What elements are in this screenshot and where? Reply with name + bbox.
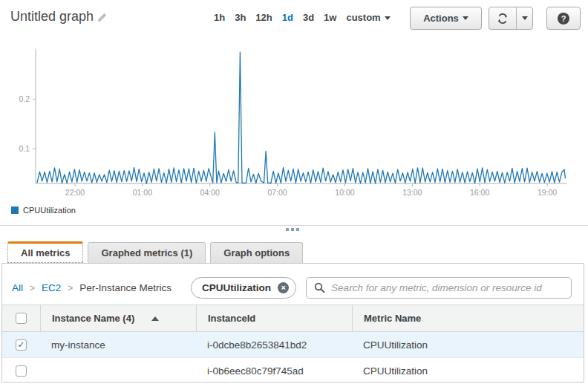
column-header-instance-name[interactable]: Instance Name (4) <box>40 305 196 331</box>
svg-text:0.1: 0.1 <box>19 144 30 153</box>
section-divider <box>0 225 588 226</box>
page-title: Untitled graph <box>10 9 94 25</box>
tab-graph-options[interactable]: Graph options <box>210 242 303 263</box>
svg-text:07:00: 07:00 <box>267 188 287 197</box>
actions-button[interactable]: Actions <box>410 7 482 30</box>
cell-metric-name: CPUUtilization <box>352 358 584 383</box>
metrics-tabs: All metrics Graphed metrics (1) Graph op… <box>7 242 303 263</box>
column-label: InstanceId <box>208 313 255 324</box>
breadcrumb-separator-icon: > <box>30 283 35 293</box>
cell-metric-name: CPUUtilization <box>352 332 584 357</box>
table-row[interactable]: ✓ my-instance i-0dcbe8b2653841bd2 CPUUti… <box>2 332 584 358</box>
svg-text:19:00: 19:00 <box>538 188 557 197</box>
edit-title-pencil-icon[interactable] <box>97 12 108 26</box>
row-checkbox[interactable]: ✓ <box>16 339 27 351</box>
search-box <box>306 277 572 299</box>
legend-label[interactable]: CPUUtilization <box>23 206 76 215</box>
chart-legend: CPUUtilization <box>11 206 76 215</box>
sort-ascending-icon <box>151 316 159 321</box>
svg-text:10:00: 10:00 <box>335 188 354 197</box>
svg-text:16:00: 16:00 <box>470 188 489 197</box>
breadcrumb-all[interactable]: All <box>12 282 23 293</box>
filter-tag-label: CPUUtilization <box>202 282 271 293</box>
refresh-dropdown-button[interactable] <box>517 7 532 29</box>
column-header-instance-id[interactable]: InstanceId <box>196 305 352 331</box>
search-icon <box>314 282 325 293</box>
table-row[interactable]: i-0b6eec80c79f745ad CPUUtilization <box>2 358 584 383</box>
tab-label: Graphed metrics (1) <box>101 247 192 258</box>
cell-instance-id: i-0dcbe8b2653841bd2 <box>196 332 352 357</box>
panel-resize-handle[interactable] <box>284 227 301 232</box>
refresh-button[interactable] <box>489 7 517 29</box>
breadcrumb-separator-icon: > <box>68 283 73 293</box>
filter-tag-remove-button[interactable]: × <box>278 282 289 293</box>
time-range-1w[interactable]: 1w <box>324 12 336 23</box>
metrics-browser-panel: All > EC2 > Per-Instance Metrics CPUUtil… <box>1 263 584 383</box>
filter-tag-cpuutilization: CPUUtilization × <box>191 277 296 299</box>
caret-down-icon <box>463 16 468 20</box>
breadcrumb: All > EC2 > Per-Instance Metrics CPUUtil… <box>2 264 584 305</box>
refresh-icon <box>497 13 509 25</box>
actions-button-label: Actions <box>423 13 459 24</box>
search-input[interactable] <box>331 282 564 293</box>
svg-text:01:00: 01:00 <box>133 188 152 197</box>
breadcrumb-ec2[interactable]: EC2 <box>42 282 61 293</box>
column-label: Instance Name (4) <box>52 313 134 324</box>
svg-text:0.2: 0.2 <box>19 94 30 103</box>
caret-down-icon <box>522 16 528 20</box>
svg-text:13:00: 13:00 <box>402 188 422 197</box>
time-range-1h[interactable]: 1h <box>214 12 225 23</box>
time-range-3h[interactable]: 3h <box>235 12 246 23</box>
cell-instance-name: my-instance <box>40 332 196 357</box>
tab-graphed-metrics[interactable]: Graphed metrics (1) <box>88 242 206 263</box>
select-all-checkbox[interactable] <box>16 313 27 324</box>
time-range-selector: 1h 3h 12h 1d 3d 1w custom <box>214 12 391 23</box>
breadcrumb-per-instance-metrics: Per-Instance Metrics <box>79 282 172 293</box>
caret-down-icon <box>385 16 391 20</box>
time-range-12h[interactable]: 12h <box>255 12 272 23</box>
refresh-button-group <box>489 7 533 30</box>
time-range-custom[interactable]: custom <box>346 12 390 23</box>
cpu-utilization-line-chart: 0.10.222:0001:0004:0007:0010:0013:0016:0… <box>0 41 588 227</box>
help-button[interactable]: ? <box>546 7 581 30</box>
time-range-3d[interactable]: 3d <box>303 12 314 23</box>
table-header: Instance Name (4) InstanceId Metric Name <box>2 305 584 332</box>
tab-all-metrics[interactable]: All metrics <box>7 241 83 263</box>
svg-text:04:00: 04:00 <box>200 188 220 197</box>
row-checkbox[interactable] <box>16 365 27 377</box>
tab-label: All metrics <box>21 247 70 258</box>
column-label: Metric Name <box>364 313 421 324</box>
metrics-chart: 0.10.222:0001:0004:0007:0010:0013:0016:0… <box>0 41 588 227</box>
column-header-metric-name[interactable]: Metric Name <box>352 305 584 331</box>
time-range-1d[interactable]: 1d <box>282 12 293 23</box>
cell-instance-id: i-0b6eec80c79f745ad <box>196 358 352 383</box>
svg-text:22:00: 22:00 <box>65 188 85 197</box>
cell-instance-name <box>40 358 196 383</box>
help-icon: ? <box>558 13 569 25</box>
pencil-icon <box>97 12 108 23</box>
legend-color-swatch <box>11 206 19 214</box>
tab-label: Graph options <box>223 247 290 258</box>
